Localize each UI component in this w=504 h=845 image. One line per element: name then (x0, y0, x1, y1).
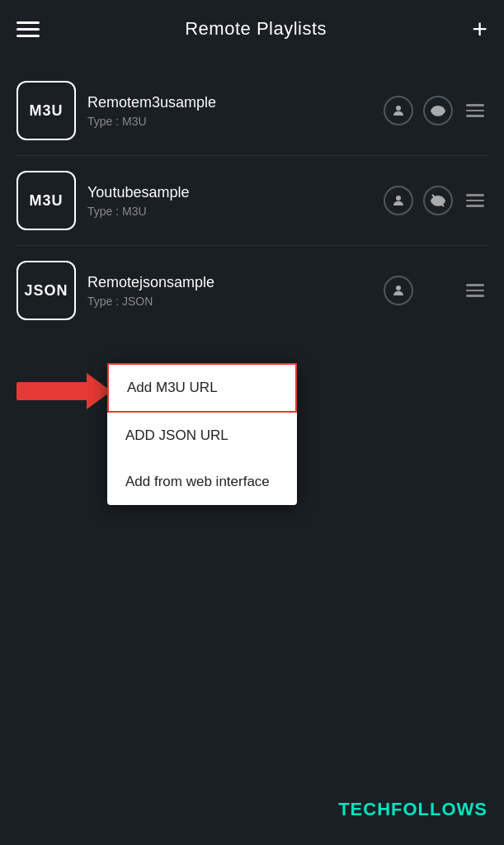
hamburger-menu-button[interactable] (16, 21, 40, 37)
playlist-menu-button[interactable] (463, 281, 488, 300)
playlist-item: JSON Remotejsonsample Type : JSON (0, 246, 504, 335)
playlist-type-badge: JSON (16, 261, 76, 320)
playlist-item: M3U Youtubesample Type : M3U (0, 156, 504, 245)
app-header: Remote Playlists + (0, 0, 504, 58)
add-m3u-url-button[interactable]: Add M3U URL (107, 363, 297, 413)
add-json-url-button[interactable]: ADD JSON URL (107, 413, 297, 459)
add-playlist-button[interactable]: + (472, 16, 488, 42)
svg-point-2 (396, 196, 401, 201)
user-icon-button[interactable] (384, 276, 413, 305)
playlist-info: Youtubesample Type : M3U (87, 184, 372, 218)
svg-point-1 (436, 109, 440, 113)
user-icon-button[interactable] (384, 96, 413, 125)
page-title: Remote Playlists (185, 18, 327, 40)
playlist-info: Remotem3usample Type : M3U (87, 94, 372, 128)
playlist-info: Remotejsonsample Type : JSON (87, 274, 372, 308)
add-playlist-dropdown: Add M3U URL ADD JSON URL Add from web in… (107, 363, 297, 505)
add-from-web-button[interactable]: Add from web interface (107, 459, 297, 505)
playlist-type-badge: M3U (16, 81, 76, 140)
arrow-indicator (16, 373, 111, 409)
playlist-menu-button[interactable] (463, 101, 488, 120)
playlist-menu-button[interactable] (463, 191, 488, 210)
playlist-list: M3U Remotem3usample Type : M3U (0, 58, 504, 343)
playlist-actions (384, 96, 488, 125)
playlist-name: Remotejsonsample (87, 274, 372, 291)
playlist-actions (384, 186, 488, 215)
playlist-type-label: Type : JSON (87, 295, 372, 308)
visibility-icon-button[interactable] (423, 96, 453, 125)
watermark: TECHFOLLOWS (338, 799, 488, 820)
svg-point-3 (436, 199, 440, 203)
svg-point-0 (396, 106, 401, 111)
playlist-type-label: Type : M3U (87, 115, 372, 128)
playlist-item: M3U Remotem3usample Type : M3U (0, 66, 504, 155)
visibility-off-icon-button[interactable] (423, 186, 453, 215)
playlist-type-badge: M3U (16, 171, 76, 230)
playlist-actions (384, 276, 488, 305)
playlist-type-label: Type : M3U (87, 205, 372, 218)
playlist-name: Remotem3usample (87, 94, 372, 111)
user-icon-button[interactable] (384, 186, 413, 215)
svg-point-5 (396, 286, 401, 290)
playlist-name: Youtubesample (87, 184, 372, 201)
